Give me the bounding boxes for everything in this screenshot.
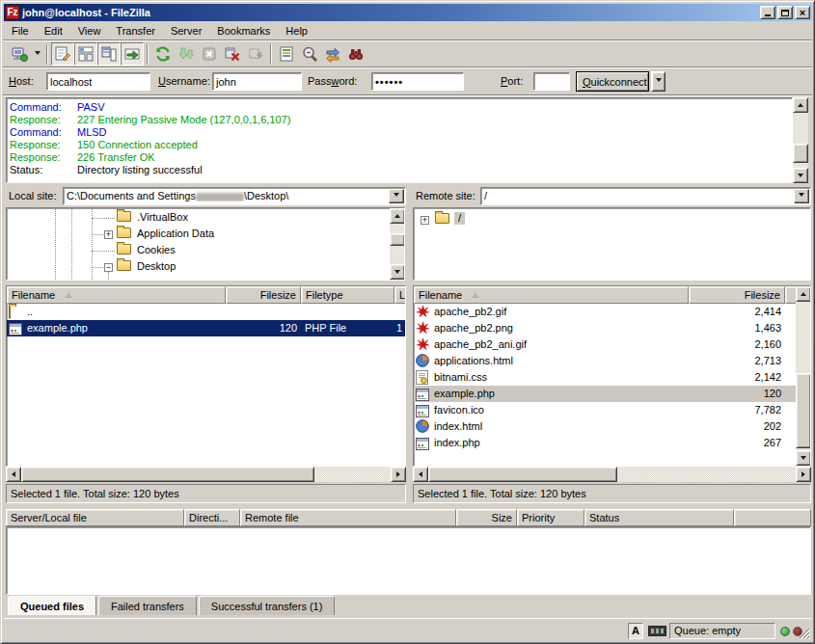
scroll-up-button[interactable] <box>796 286 811 302</box>
tab-queued-files[interactable]: Queued files <box>8 596 96 615</box>
message-log[interactable]: Command:PASV Response:227 Entering Passi… <box>6 97 793 183</box>
remote-file-row[interactable]: applications.html 2,713 <box>414 353 796 369</box>
local-column-filename[interactable]: Filename <box>7 286 226 304</box>
menu-file[interactable]: File <box>4 23 37 39</box>
remote-site-combo[interactable]: / <box>480 187 811 205</box>
host-input[interactable] <box>46 72 150 91</box>
toggle-message-log-button[interactable] <box>51 42 74 66</box>
remote-file-row-selected[interactable]: example.php 120 <box>414 386 796 402</box>
ascii-transfer-type-icon[interactable]: A <box>628 623 643 639</box>
local-file-list[interactable]: Filename Filesize Filetype L .. example.… <box>6 285 406 467</box>
scroll-down-button[interactable] <box>796 450 811 466</box>
scroll-down-button[interactable] <box>390 264 405 280</box>
queue-column-status[interactable]: Status <box>584 509 734 526</box>
local-column-filesize[interactable]: Filesize <box>226 286 301 304</box>
scroll-left-button[interactable] <box>413 467 428 482</box>
tree-item-cookies[interactable] <box>117 244 131 256</box>
remote-horizontal-scrollbar[interactable] <box>413 467 811 482</box>
local-directory-tree[interactable]: .VirtualBox + Application Data Cookies −… <box>6 207 405 281</box>
site-manager-button[interactable] <box>8 42 31 66</box>
tree-expander-minus[interactable]: − <box>104 263 113 272</box>
scrollbar-thumb[interactable] <box>21 467 314 482</box>
local-file-row-selected[interactable]: example.php 120 PHP File 1 <box>7 320 405 336</box>
scroll-left-button[interactable] <box>6 467 21 482</box>
username-input[interactable] <box>212 72 302 91</box>
resize-grip[interactable] <box>797 626 810 639</box>
tree-item-desktop[interactable] <box>117 260 131 273</box>
tree-item-label[interactable]: .VirtualBox <box>137 211 188 224</box>
synchronized-browsing-button[interactable] <box>321 42 344 66</box>
remote-file-row[interactable]: index.html 202 <box>414 418 796 435</box>
local-site-dropdown-button[interactable] <box>389 189 404 203</box>
menu-bookmarks[interactable]: Bookmarks <box>209 23 278 39</box>
remote-file-row[interactable]: index.php 267 <box>414 435 796 451</box>
menu-server[interactable]: Server <box>163 23 209 39</box>
queue-column-size[interactable]: Size <box>456 509 517 526</box>
tree-item-label[interactable]: Cookies <box>137 244 176 256</box>
refresh-button[interactable] <box>151 42 175 66</box>
remote-file-row[interactable]: favicon.ico 7,782 <box>414 402 796 418</box>
scroll-right-button[interactable] <box>391 467 406 482</box>
close-button[interactable]: × <box>795 6 810 19</box>
tree-item-root[interactable] <box>435 213 449 226</box>
tree-item-virtualbox[interactable] <box>117 211 131 224</box>
toggle-local-tree-button[interactable] <box>74 42 97 66</box>
local-horizontal-scrollbar[interactable] <box>6 467 406 482</box>
remote-file-list[interactable]: Filename Filesize apache_pb2.gif 2,414 a… <box>413 285 811 467</box>
local-column-filetype[interactable]: Filetype <box>301 286 394 304</box>
scrollbar-thumb[interactable] <box>428 467 617 482</box>
remote-file-row[interactable]: apache_pb2.png 1,463 <box>414 320 796 336</box>
quickconnect-button[interactable]: Quickconnect <box>576 71 649 92</box>
tree-item-label[interactable]: Desktop <box>137 260 176 273</box>
scroll-up-button[interactable] <box>390 208 405 224</box>
minimize-button[interactable] <box>760 6 775 19</box>
remote-file-row[interactable]: bitnami.css 2,142 <box>414 369 796 386</box>
reconnect-button[interactable] <box>244 42 267 66</box>
queue-column-remote-file[interactable]: Remote file <box>240 509 456 526</box>
title-bar[interactable]: Fz john@localhost - FileZilla × <box>4 4 812 21</box>
local-tree-scrollbar[interactable] <box>390 208 405 280</box>
scrollbar-thumb[interactable] <box>796 373 811 448</box>
scroll-down-button[interactable] <box>793 168 808 183</box>
queue-column-server-local-file[interactable]: Server/Local file <box>6 509 184 526</box>
remote-file-row[interactable]: apache_pb2.gif 2,414 <box>414 304 796 320</box>
remote-file-row[interactable]: apache_pb2_ani.gif 2,160 <box>414 336 796 353</box>
local-site-combo[interactable]: C:\Documents and Settings\Desktop\ <box>63 187 406 205</box>
scrollbar-thumb[interactable] <box>793 144 808 163</box>
local-file-row-parent[interactable]: .. <box>7 304 405 320</box>
maximize-button[interactable] <box>777 6 793 19</box>
scroll-right-button[interactable] <box>796 467 811 482</box>
tree-expander-plus[interactable]: + <box>104 230 113 239</box>
tree-expander-plus[interactable]: + <box>421 216 429 225</box>
remote-column-filename[interactable]: Filename <box>414 286 689 304</box>
port-input[interactable] <box>533 72 570 91</box>
local-column-lastmodified[interactable]: L <box>394 286 406 304</box>
find-files-button[interactable] <box>344 42 367 66</box>
cancel-button[interactable] <box>198 42 221 66</box>
queue-column-priority[interactable]: Priority <box>517 509 584 526</box>
filter-button[interactable] <box>275 42 298 66</box>
directory-comparison-button[interactable] <box>298 42 321 66</box>
toggle-remote-tree-button[interactable] <box>97 42 121 66</box>
tree-item-application-data[interactable] <box>117 228 131 240</box>
remote-column-filesize[interactable]: Filesize <box>689 286 785 304</box>
toggle-queue-button[interactable] <box>121 42 144 66</box>
remote-site-dropdown-button[interactable] <box>794 189 809 203</box>
tab-successful-transfers[interactable]: Successful transfers (1) <box>199 596 336 615</box>
scroll-up-button[interactable] <box>793 97 808 113</box>
password-input[interactable] <box>371 72 464 91</box>
tab-failed-transfers[interactable]: Failed transfers <box>98 596 197 615</box>
menu-help[interactable]: Help <box>278 23 315 39</box>
quickconnect-dropdown-button[interactable] <box>651 71 666 92</box>
queue-column-direction[interactable]: Directi... <box>184 509 240 526</box>
tree-item-label[interactable]: / <box>454 212 465 225</box>
scrollbar-thumb[interactable] <box>390 233 405 246</box>
process-queue-button[interactable] <box>175 42 198 66</box>
speedlimits-icon[interactable] <box>648 626 666 636</box>
menu-view[interactable]: View <box>70 23 109 39</box>
disconnect-button[interactable] <box>221 42 244 66</box>
remote-directory-tree[interactable]: + / <box>413 207 811 281</box>
tree-item-label[interactable]: Application Data <box>137 228 214 240</box>
menu-transfer[interactable]: Transfer <box>108 23 163 39</box>
log-scrollbar[interactable] <box>793 97 808 183</box>
